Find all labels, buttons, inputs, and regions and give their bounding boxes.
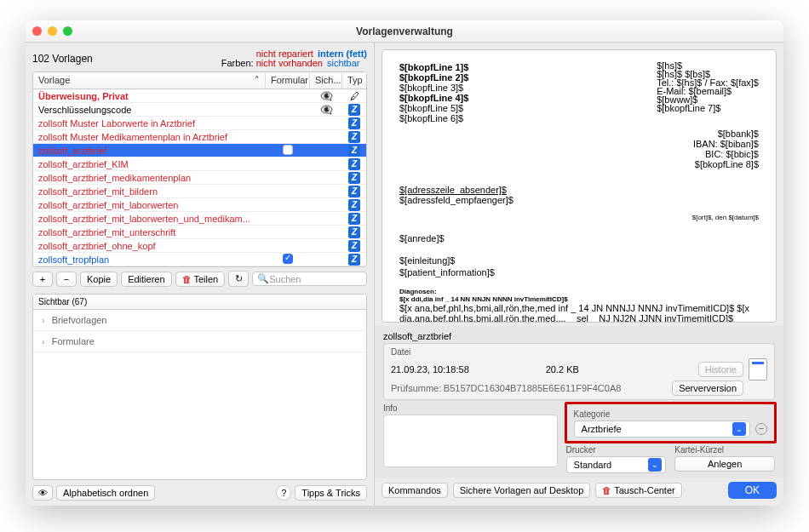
z-type-icon: Z <box>348 131 360 143</box>
checkbox[interactable] <box>283 254 293 264</box>
detail-name: zollsoft_arztbrief <box>383 331 775 343</box>
kategorie-highlight-box: Kategorie Arztbriefe⌄ − <box>565 402 777 443</box>
sichtbar-title: Sichtbar (67) <box>33 295 366 310</box>
z-type-icon: Z <box>348 145 360 157</box>
ok-button[interactable]: OK <box>728 482 777 499</box>
app-window: Vorlagenverwaltung 102 Vorlagen Farben: … <box>26 20 783 506</box>
alpha-sort-button[interactable]: Alphabetisch ordnen <box>56 485 155 501</box>
chevron-down-icon: ⌄ <box>732 422 746 436</box>
table-row[interactable]: zollsoft_arztbrief_mit_unterschriftZ <box>33 226 366 239</box>
window-title: Vorlagenverwaltung <box>26 26 783 37</box>
sichtbar-panel: Sichtbar (67) Briefvorlagen Formulare <box>32 294 367 480</box>
sichtbar-briefvorlagen[interactable]: Briefvorlagen <box>33 310 366 331</box>
z-type-icon: Z <box>348 213 360 225</box>
table-row[interactable]: zollsoft_arztbrief_KIMZ <box>33 157 366 171</box>
table-row[interactable]: zollsoft Muster Laborwerte in ArztbriefZ <box>33 117 366 130</box>
table-row[interactable]: zollsoft_arztbrief_ohne_kopfZ <box>33 239 366 253</box>
z-type-icon: Z <box>348 172 360 184</box>
refresh-button[interactable]: ↻ <box>228 271 249 287</box>
editieren-button[interactable]: Editieren <box>121 272 171 287</box>
z-type-icon: Z <box>348 199 360 211</box>
add-button[interactable]: + <box>32 272 53 287</box>
detail-panel: zollsoft_arztbrief Datei 21.09.23, 10:18… <box>375 326 783 478</box>
tausch-button[interactable]: 🗑 Tausch-Center <box>595 483 681 498</box>
table-row[interactable]: zollsoft_arztbrief_mit_bildernZ <box>33 185 366 198</box>
anlegen-button[interactable]: Anlegen <box>674 456 775 472</box>
color-legend: Farben: nicht repariert intern (fett) ni… <box>221 49 367 68</box>
kopie-button[interactable]: Kopie <box>80 272 118 287</box>
right-footer: Kommandos Sichere Vorlagen auf Desktop 🗑… <box>375 478 783 506</box>
tipps-button[interactable]: Tipps & Tricks <box>295 485 367 501</box>
table-row[interactable]: zollsoft_arztbrief_mit_laborwerten_und_m… <box>33 212 366 226</box>
sort-icon-button[interactable]: 👁 <box>32 485 53 501</box>
search-input[interactable]: 🔍 Suchen <box>252 272 367 286</box>
document-icon[interactable] <box>749 358 767 380</box>
checkbox[interactable] <box>283 145 293 155</box>
templates-table: Vorlage˄ Formular Sich... Typ Überweisun… <box>32 72 367 267</box>
historie-button[interactable]: Historie <box>698 362 743 377</box>
z-type-icon: Z <box>348 158 360 170</box>
z-type-icon: Z <box>348 226 360 238</box>
table-row[interactable]: zollsoft_arztbrief_mit_laborwertenZ <box>33 198 366 212</box>
col-formular[interactable]: Formular <box>266 72 310 89</box>
kategorie-select[interactable]: Arztbriefe⌄ <box>574 420 750 438</box>
col-vorlage[interactable]: Vorlage˄ <box>33 72 266 89</box>
z-type-icon: Z <box>348 254 360 266</box>
left-pane: 102 Vorlagen Farben: nicht repariert int… <box>26 43 375 506</box>
table-row[interactable]: zollsoft_arztbrief_medikamentenplanZ <box>33 171 366 185</box>
z-type-icon: Z <box>348 186 360 197</box>
z-type-icon: Z <box>348 117 360 129</box>
template-preview: $[bkopfLine 1]$ $[bkopfLine 2]$ $[bkopfL… <box>382 49 777 323</box>
sichere-button[interactable]: Sichere Vorlagen auf Desktop <box>453 483 591 498</box>
type-icon: 🖊 <box>350 91 359 101</box>
drucker-select[interactable]: Standard⌄ <box>566 456 667 473</box>
help-button[interactable]: ? <box>276 485 291 501</box>
table-row[interactable]: zollsoft_tropfplanZ <box>33 253 366 266</box>
template-count: 102 Vorlagen <box>32 53 93 65</box>
z-type-icon: Z <box>348 104 360 116</box>
info-textbox[interactable] <box>383 415 558 467</box>
remove-kategorie-button[interactable]: − <box>755 423 767 435</box>
visibility-off-icon[interactable]: 👁‍🗨 <box>320 90 333 102</box>
file-size: 20.2 KB <box>546 364 579 375</box>
remove-button[interactable]: − <box>56 272 77 287</box>
table-row[interactable]: zollsoft_arztbriefZ <box>33 144 366 157</box>
table-row[interactable]: Verschlüsselungscode👁‍🗨Z <box>33 103 366 117</box>
serverversion-button[interactable]: Serverversion <box>672 380 743 396</box>
teilen-button[interactable]: 🗑 Teilen <box>175 272 226 287</box>
chevron-down-icon: ⌄ <box>648 458 662 472</box>
visibility-off-icon[interactable]: 👁‍🗨 <box>320 104 333 116</box>
file-date: 21.09.23, 10:18:58 <box>391 364 469 375</box>
col-typ[interactable]: Typ <box>342 72 366 89</box>
col-sichtbar[interactable]: Sich... <box>310 72 342 89</box>
z-type-icon: Z <box>348 240 360 252</box>
table-row[interactable]: Überweisung, Privat👁‍🗨🖊 <box>33 89 366 103</box>
right-pane: $[bkopfLine 1]$ $[bkopfLine 2]$ $[bkopfL… <box>375 43 783 506</box>
table-row[interactable]: zollsoft Muster Medikamentenplan in Arzt… <box>33 130 366 144</box>
kommandos-button[interactable]: Kommandos <box>382 483 448 498</box>
titlebar: Vorlagenverwaltung <box>26 20 783 43</box>
sichtbar-formulare[interactable]: Formulare <box>33 331 366 352</box>
